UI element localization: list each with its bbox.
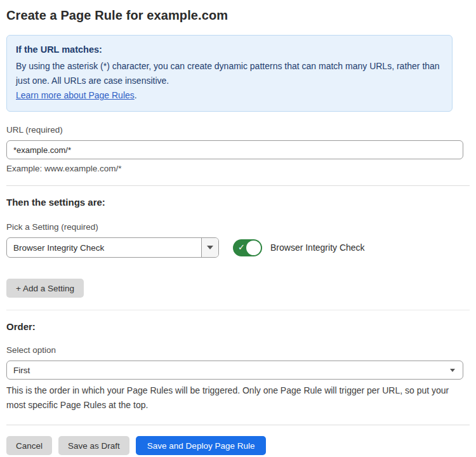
divider-url-settings [6, 185, 470, 186]
action-row: Cancel Save as Draft Save and Deploy Pag… [6, 436, 470, 455]
setting-select-arrow-button[interactable] [201, 238, 218, 257]
order-select[interactable]: First [6, 361, 463, 380]
toggle-label: Browser Integrity Check [270, 242, 365, 253]
browser-integrity-toggle[interactable]: ✓ [233, 239, 262, 256]
settings-section-heading: Then the settings are: [6, 197, 470, 208]
divider-settings-order [6, 310, 470, 310]
learn-more-link[interactable]: Learn more about Page Rules [16, 90, 135, 100]
page-title: Create a Page Rule for example.com [6, 8, 470, 23]
pick-setting-label: Pick a Setting (required) [6, 222, 470, 232]
save-and-deploy-button[interactable]: Save and Deploy Page Rule [136, 436, 267, 455]
link-suffix: . [135, 90, 137, 100]
order-description: This is the order in which your Page Rul… [6, 383, 470, 413]
setting-row: Browser Integrity Check ✓ Browser Integr… [6, 237, 470, 258]
url-match-info-box: If the URL matches: By using the asteris… [6, 35, 453, 112]
divider-order-actions [6, 425, 470, 425]
toggle-wrap: ✓ Browser Integrity Check [233, 239, 365, 256]
url-example-helper: Example: www.example.com/* [6, 164, 470, 173]
info-box-heading: If the URL matches: [16, 43, 442, 57]
url-input[interactable] [6, 140, 463, 159]
setting-select[interactable]: Browser Integrity Check [6, 237, 219, 258]
page-rule-form: Create a Page Rule for example.com If th… [0, 0, 476, 455]
save-as-draft-button[interactable]: Save as Draft [58, 436, 129, 455]
info-box-body: By using the asterisk (*) character, you… [16, 59, 442, 88]
info-box-link-line: Learn more about Page Rules. [16, 88, 442, 103]
check-icon: ✓ [238, 242, 245, 252]
order-select-value: First [13, 366, 30, 375]
order-select-label: Select option [6, 345, 470, 355]
cancel-button[interactable]: Cancel [6, 436, 52, 455]
chevron-down-icon [207, 246, 213, 249]
url-field-label: URL (required) [6, 125, 470, 135]
order-section-heading: Order: [6, 321, 470, 332]
add-setting-button[interactable]: + Add a Setting [6, 279, 84, 298]
setting-select-value: Browser Integrity Check [7, 238, 201, 257]
toggle-knob [246, 241, 261, 255]
chevron-down-icon [450, 369, 455, 372]
